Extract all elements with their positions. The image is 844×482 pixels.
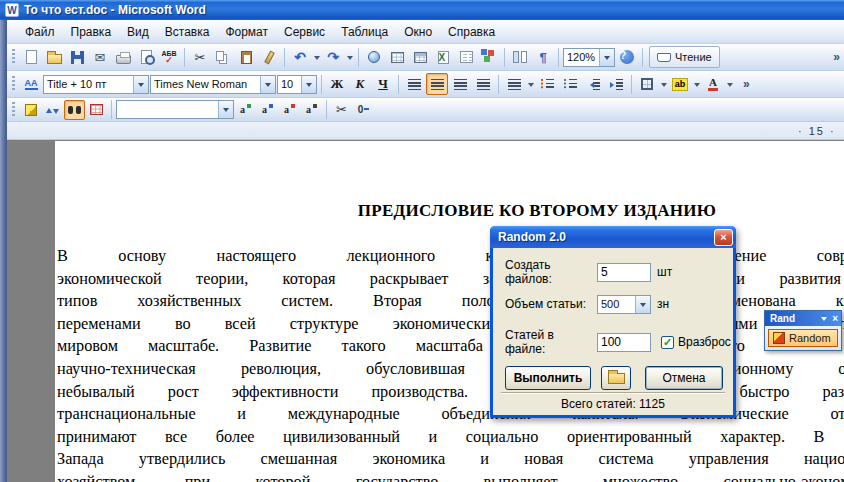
toolbar-options-button[interactable]: » (833, 50, 840, 64)
open-button[interactable] (43, 46, 65, 68)
insert-table-button[interactable] (409, 46, 431, 68)
zoom-dropdown-arrow[interactable] (599, 49, 614, 66)
insert-hyperlink-button[interactable] (363, 46, 385, 68)
line-spacing-button[interactable] (503, 73, 525, 95)
italic-button[interactable]: К (349, 73, 371, 95)
articles-per-file-label: Статей в файле: (505, 328, 597, 356)
menu-item[interactable]: Таблица (333, 21, 396, 43)
mark-text-button[interactable]: а (301, 100, 322, 120)
random-dialog[interactable]: Random 2.0 × Создать файлов: шт Объем ст… (490, 226, 736, 418)
document-map-button[interactable] (509, 46, 531, 68)
strike-text-button[interactable]: а (279, 100, 300, 120)
table-tool-button[interactable] (86, 100, 107, 120)
title-bar[interactable]: W То что ест.doc - Microsoft Word (0, 0, 844, 20)
styles-pane-button[interactable]: АА (20, 73, 42, 95)
toolbar-drag-handle[interactable] (12, 102, 15, 118)
style-dropdown-arrow[interactable] (133, 76, 148, 93)
custom-text-combo[interactable] (116, 100, 234, 119)
menu-item[interactable]: Справка (440, 21, 503, 43)
tables-borders-button[interactable] (386, 46, 408, 68)
toolbar-options-button[interactable]: » (743, 77, 750, 91)
run-button[interactable]: Выполнить (505, 366, 591, 390)
increase-indent-icon (610, 79, 623, 90)
numbered-list-button[interactable] (536, 73, 558, 95)
underline-button[interactable]: Ч (372, 73, 394, 95)
reading-mode-button[interactable]: Чтение (649, 46, 720, 68)
borders-button[interactable] (636, 73, 658, 95)
replace-text-button[interactable]: а (257, 100, 278, 120)
custom-combo-dropdown-arrow[interactable] (218, 101, 233, 118)
highlight-dropdown-arrow[interactable] (692, 74, 701, 94)
dialog-close-button[interactable]: × (714, 229, 733, 246)
font-color-button[interactable]: А (702, 73, 724, 95)
email-button[interactable]: ✉ (89, 46, 111, 68)
bullet-list-button[interactable] (559, 73, 581, 95)
print-preview-button[interactable] (135, 46, 157, 68)
zoom-combo[interactable]: 120% (563, 48, 615, 67)
print-button[interactable] (112, 46, 134, 68)
cut-fragment-button[interactable]: ✂ (331, 100, 352, 120)
articles-per-file-input[interactable] (597, 333, 651, 352)
cancel-button[interactable]: Отмена (645, 366, 723, 390)
highlighter-tool-button[interactable] (20, 100, 41, 120)
font-size-dropdown-arrow[interactable] (301, 76, 316, 93)
browse-folder-button[interactable] (601, 366, 631, 390)
increase-indent-button[interactable] (605, 73, 627, 95)
new-document-button[interactable] (20, 46, 42, 68)
borders-dropdown-arrow[interactable] (659, 74, 668, 94)
align-left-button[interactable] (403, 73, 425, 95)
font-combo[interactable]: Times New Roman (150, 75, 276, 94)
line-spacing-dropdown-arrow[interactable] (526, 74, 535, 94)
decrease-indent-button[interactable] (582, 73, 604, 95)
reset-counter-button[interactable]: 0 (353, 100, 374, 120)
font-size-combo[interactable]: 10 (277, 75, 317, 94)
random-button[interactable]: Random (768, 329, 838, 347)
menu-item[interactable]: Сервис (276, 21, 333, 43)
undo-button[interactable]: ↶ (289, 46, 311, 68)
insert-text-button[interactable]: а (235, 100, 256, 120)
rand-close-button[interactable]: × (832, 313, 838, 324)
bold-button[interactable]: Ж (326, 73, 348, 95)
font-dropdown-arrow[interactable] (260, 76, 275, 93)
spelling-button[interactable]: АБВ✓ (158, 46, 180, 68)
columns-button[interactable] (455, 46, 477, 68)
rand-floating-toolbar[interactable]: Rand × Random (764, 310, 842, 351)
drawing-button[interactable] (478, 46, 500, 68)
menu-item[interactable]: Формат (217, 21, 276, 43)
menu-item[interactable]: Окно (396, 21, 440, 43)
shuffle-checkbox[interactable]: ✓ (661, 336, 674, 349)
paste-button[interactable] (235, 46, 257, 68)
menu-item[interactable]: Файл (17, 21, 63, 43)
insert-excel-button[interactable]: X (432, 46, 454, 68)
create-files-input[interactable] (597, 263, 651, 282)
toolbar-drag-handle[interactable] (12, 76, 15, 92)
rand-title-bar[interactable]: Rand × (765, 311, 841, 326)
dialog-title-bar[interactable]: Random 2.0 × (490, 226, 736, 248)
save-button[interactable] (66, 46, 88, 68)
copy-button[interactable] (212, 46, 234, 68)
align-right-button[interactable] (449, 73, 471, 95)
font-color-dropdown-arrow[interactable] (725, 74, 734, 94)
rand-menu-arrow[interactable] (819, 313, 829, 324)
sort-tool-button[interactable] (42, 100, 63, 120)
article-volume-dropdown-arrow[interactable] (635, 296, 650, 313)
toolbar-drag-handle[interactable] (12, 49, 15, 65)
menu-item[interactable]: Вид (119, 21, 157, 43)
align-center-button[interactable] (426, 73, 448, 95)
redo-dropdown-arrow[interactable] (345, 47, 354, 67)
find-tool-button[interactable] (64, 100, 85, 120)
format-painter-button[interactable] (258, 46, 280, 68)
article-volume-combo[interactable]: 500 (597, 295, 651, 314)
help-button[interactable]: ? (616, 46, 638, 68)
highlight-button[interactable]: ab (669, 73, 691, 95)
cut-button[interactable]: ✂ (189, 46, 211, 68)
style-combo[interactable]: Title + 10 пт (43, 75, 149, 94)
undo-dropdown-arrow[interactable] (312, 47, 321, 67)
show-paragraph-marks-button[interactable]: ¶ (532, 46, 554, 68)
menu-item[interactable]: Вставка (157, 21, 218, 43)
justify-button[interactable] (472, 73, 494, 95)
redo-button[interactable]: ↷ (322, 46, 344, 68)
highlight-icon: ab (672, 78, 689, 91)
horizontal-ruler[interactable]: · 15 · (7, 122, 844, 140)
menu-item[interactable]: Правка (63, 21, 120, 43)
